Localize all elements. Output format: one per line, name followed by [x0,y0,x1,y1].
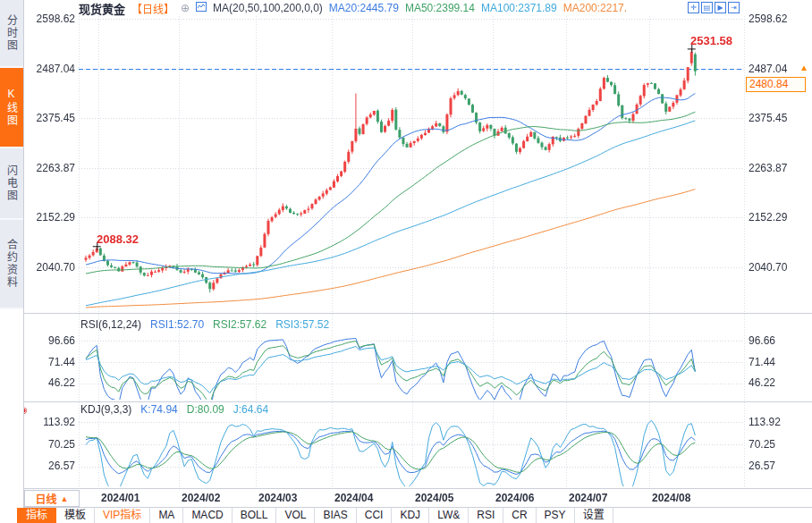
rsi-header: RSI(6,12,24) RSI1:52.70 RSI2:57.62 RSI3:… [80,318,329,331]
toolbar-item-cr[interactable]: CR [503,508,536,523]
kdj-j-value: J:64.64 [233,403,268,416]
last-price-badge: 2480.84 [746,77,806,92]
kdj-axis-label-right: 113.92 [749,416,781,428]
kdj-d-value: D:80.09 [187,403,224,416]
rsi3-value: RSI3:57.52 [275,318,329,331]
indicator-toolbar: 指标 模板 VIP指标 MA MACD BOLL VOL BIAS CCI KD… [17,508,613,523]
rsi2-value: RSI2:57.62 [213,318,266,331]
rsi-title: RSI(6,12,24) [80,318,141,331]
y-axis-label-right: 2040.70 [749,261,787,274]
chart-canvas[interactable] [0,0,812,523]
detach-icon[interactable]: ⇥ [728,2,740,13]
sidebar-item-lightning-chart[interactable]: 闪电图 [0,148,23,220]
toolbar-item-lw[interactable]: LW& [429,508,469,523]
rsi-axis-label-right: 71.44 [749,356,775,368]
panel-divider [24,488,812,489]
rsi-axis-label: 71.44 [30,356,75,368]
toolbar-item-vol[interactable]: VOL [276,508,315,523]
y-axis-label: 2487.04 [30,63,75,75]
period-tag: 【日线】 [131,1,174,16]
month-label: 2024/08 [652,492,690,504]
toolbar-item-indicator[interactable]: 指标 [17,508,56,523]
pan-tool-icon[interactable]: ✛ [688,2,699,13]
y-axis-label: 2040.70 [30,261,75,274]
toolbar-item-settings[interactable]: 设置 [575,508,613,523]
period-caret-icon: ▲ [61,494,69,503]
ma200-value: MA200:2217. [563,2,627,14]
ma-params: MA(20,50,100,200,0,0) [213,2,323,14]
month-label: 2024/07 [569,492,607,504]
kdj-title: KDJ(9,3,3) [80,403,131,416]
toolbar-item-bias[interactable]: BIAS [315,508,356,523]
kdj-axis-label-right: 26.57 [749,460,775,472]
ma-chart-icon [196,2,207,14]
month-label: 2024/06 [495,492,534,504]
toolbar-item-rsi[interactable]: RSI [469,508,503,523]
month-label: 2024/03 [258,492,297,504]
toolbar-item-boll[interactable]: BOLL [233,508,277,523]
panel-divider [24,313,812,314]
y-axis-label: 2598.62 [30,13,75,25]
rsi-axis-label-right: 46.22 [749,376,775,389]
trading-app-window: { "header": { "symbol": "现货黄金", "period_… [0,0,812,523]
jan-high-annotation: 2088.32 [97,232,139,246]
price-up-arrow-icon: ▲ [799,63,808,72]
kdj-k-value: K:74.94 [140,403,177,416]
toolbar-item-vip-indicator[interactable]: VIP指标 [95,508,150,523]
y-axis-label: 2152.29 [30,211,75,224]
rsi1-value: RSI1:52.70 [150,318,204,331]
month-label: 2024/05 [415,492,453,504]
y-axis-label-right: 2152.29 [749,211,787,224]
high-price-annotation: 2531.58 [690,34,732,47]
panel-divider [24,401,812,402]
month-label: 2024/04 [334,492,373,504]
kdj-axis-label: 26.57 [30,460,75,472]
toolbar-item-psy[interactable]: PSY [537,508,575,523]
symbol-name: 现货黄金 [79,0,125,17]
left-sidebar: 分时图 K线图 闪电图 合约资料 [0,0,24,523]
toolbar-item-macd[interactable]: MACD [183,508,232,523]
kdj-axis-label-right: 70.25 [749,438,775,451]
sidebar-item-kline-chart[interactable]: K线图 [0,68,23,148]
period-label: 日线 [36,491,57,506]
y-axis-label-right: 2375.45 [749,112,787,124]
chart-header: 现货黄金 【日线】 ⊕ MA(20,50,100,200,0,0) MA20:2… [79,1,627,15]
rsi-axis-label: 46.22 [30,376,75,389]
kdj-header: KDJ(9,3,3) K:74.94 D:80.09 J:64.64 [80,403,268,416]
y-axis-label-right: 2487.04 [749,63,787,75]
rsi-axis-label-right: 96.66 [749,334,775,347]
y-axis-label: 2375.45 [30,112,75,124]
toolbar-item-cci[interactable]: CCI [357,508,393,523]
chart-tools: ✛ ▤ ▶ ⇥ [688,2,740,13]
sidebar-item-time-chart[interactable]: 分时图 [0,0,23,68]
ma20-value: MA20:2445.79 [329,2,399,14]
y-axis-label-right: 2598.62 [749,13,787,25]
add-indicator-icon[interactable]: ⊕ [181,2,190,14]
main-pane-icon[interactable]: ▤ [701,2,713,13]
month-label: 2024/01 [101,492,140,504]
ma50-value: MA50:2399.14 [405,2,475,14]
toolbar-item-kdj[interactable]: KDJ [392,508,429,523]
y-axis-label: 2263.87 [30,162,75,174]
ma100-value: MA100:2371.89 [481,2,557,14]
period-selector[interactable]: 日线 ▲ [24,490,80,507]
toolbar-item-ma[interactable]: MA [150,508,183,523]
rsi-axis-label: 96.66 [30,334,75,347]
y-axis-label-right: 2263.87 [749,162,787,174]
sub-pane-icon[interactable]: ▶ [715,2,726,13]
month-label: 2024/02 [182,492,220,504]
kdj-axis-label: 70.25 [30,438,75,451]
sidebar-item-contract-info[interactable]: 合约资料 [0,220,23,309]
kdj-axis-label: 113.92 [30,416,75,428]
toolbar-item-template[interactable]: 模板 [56,508,95,523]
